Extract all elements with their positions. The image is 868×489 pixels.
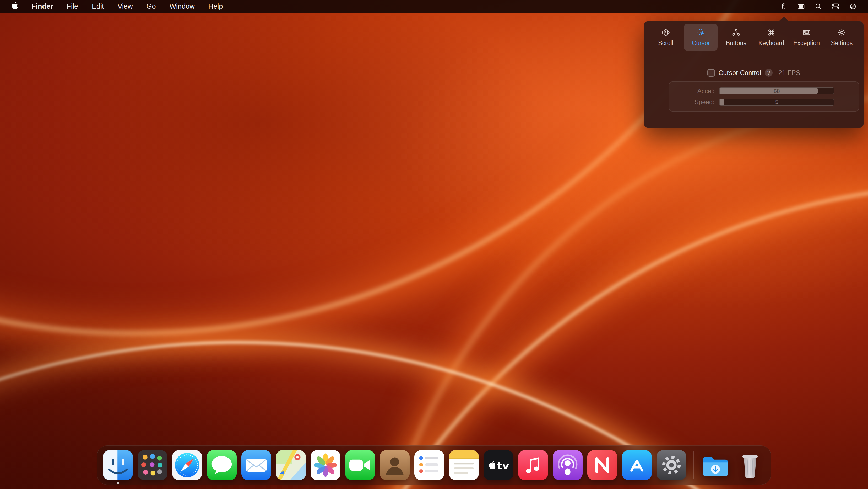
tab-label: Exception bbox=[793, 39, 820, 47]
menu-item-view[interactable]: View bbox=[111, 0, 140, 13]
mouse-utility-popover: ScrollCursorButtonsKeyboardExceptionSett… bbox=[644, 21, 864, 128]
slider-value: 68 bbox=[719, 87, 834, 94]
dock-item-finder[interactable] bbox=[102, 450, 133, 481]
fps-readout: 21 FPS bbox=[778, 69, 800, 77]
slider-label-accel: Accel: bbox=[669, 87, 719, 95]
cursor-control-checkbox[interactable] bbox=[707, 69, 715, 77]
popover-arrow bbox=[779, 17, 789, 21]
speed-slider[interactable]: 5 bbox=[719, 98, 834, 106]
menu-item-file[interactable]: File bbox=[60, 0, 85, 13]
tab-cursor[interactable]: Cursor bbox=[684, 24, 718, 51]
exception-icon bbox=[802, 28, 811, 37]
cursor-control-row: Cursor Control ? 21 FPS bbox=[644, 69, 864, 77]
dock-item-app-store[interactable] bbox=[621, 450, 652, 481]
menu-item-finder[interactable]: Finder bbox=[25, 0, 60, 13]
dock-item-maps[interactable] bbox=[275, 450, 306, 481]
keyboard-status-icon[interactable] bbox=[794, 0, 808, 13]
dock-item-system-settings[interactable] bbox=[656, 450, 687, 481]
mouse-status-icon[interactable] bbox=[776, 0, 791, 13]
slider-label-speed: Speed: bbox=[669, 98, 719, 106]
running-indicator bbox=[117, 482, 119, 484]
tab-label: Settings bbox=[831, 39, 852, 47]
settings-icon bbox=[837, 28, 846, 37]
tab-exception[interactable]: Exception bbox=[790, 24, 824, 51]
dock-item-trash[interactable] bbox=[735, 450, 766, 481]
dock-item-reminders[interactable] bbox=[414, 450, 445, 481]
slider-row-accel: Accel:68 bbox=[669, 87, 859, 95]
focus-icon[interactable] bbox=[845, 0, 860, 13]
apple-menu[interactable] bbox=[8, 0, 23, 13]
dock-item-safari[interactable] bbox=[172, 450, 203, 481]
dock-item-music[interactable] bbox=[518, 450, 549, 481]
tab-label: Scroll bbox=[658, 39, 673, 47]
menu-item-go[interactable]: Go bbox=[140, 0, 163, 13]
dock-item-photos[interactable] bbox=[310, 450, 341, 481]
dock-item-contacts[interactable] bbox=[379, 450, 410, 481]
slider-group: Accel:68Speed:5 bbox=[669, 81, 859, 112]
spotlight-icon[interactable] bbox=[811, 0, 826, 13]
menu-item-edit[interactable]: Edit bbox=[85, 0, 111, 13]
svg-text:tv: tv bbox=[497, 459, 509, 472]
tab-keyboard[interactable]: Keyboard bbox=[754, 24, 788, 51]
tab-scroll[interactable]: Scroll bbox=[649, 24, 682, 51]
help-icon[interactable]: ? bbox=[765, 69, 773, 77]
tab-settings[interactable]: Settings bbox=[825, 24, 859, 51]
dock-item-messages[interactable] bbox=[206, 450, 237, 481]
tab-label: Buttons bbox=[726, 39, 746, 47]
popover-tabs: ScrollCursorButtonsKeyboardExceptionSett… bbox=[644, 21, 864, 51]
keyboard-icon bbox=[767, 28, 776, 37]
cursor-icon bbox=[696, 28, 706, 37]
tab-label: Cursor bbox=[692, 39, 710, 47]
dock-separator bbox=[693, 452, 694, 479]
dock-item-tv[interactable]: tv bbox=[483, 450, 514, 481]
dock-item-launchpad[interactable] bbox=[137, 450, 168, 481]
buttons-icon bbox=[732, 28, 741, 37]
dock-item-podcasts[interactable] bbox=[552, 450, 583, 481]
slider-value: 5 bbox=[719, 98, 834, 106]
dock-item-facetime[interactable] bbox=[345, 450, 376, 481]
tab-label: Keyboard bbox=[758, 39, 784, 47]
dock-item-notes[interactable] bbox=[448, 450, 479, 481]
menu-item-window[interactable]: Window bbox=[163, 0, 202, 13]
menu-status-icons bbox=[776, 0, 860, 13]
apple-logo-icon bbox=[11, 1, 20, 12]
tab-buttons[interactable]: Buttons bbox=[719, 24, 753, 51]
dock: tv bbox=[97, 445, 771, 485]
accel-slider[interactable]: 68 bbox=[719, 87, 834, 94]
scroll-icon bbox=[661, 28, 671, 37]
dock-item-mail[interactable] bbox=[241, 450, 272, 481]
menu-item-help[interactable]: Help bbox=[202, 0, 230, 13]
menu-items: FinderFileEditViewGoWindowHelp bbox=[25, 0, 229, 13]
dock-items: tv bbox=[102, 450, 766, 481]
cursor-control-label: Cursor Control bbox=[719, 69, 761, 77]
menu-bar: FinderFileEditViewGoWindowHelp bbox=[0, 0, 868, 13]
dock-item-downloads[interactable] bbox=[700, 450, 731, 481]
slider-row-speed: Speed:5 bbox=[669, 98, 859, 106]
dock-item-news[interactable] bbox=[587, 450, 618, 481]
control-center-icon[interactable] bbox=[828, 0, 843, 13]
